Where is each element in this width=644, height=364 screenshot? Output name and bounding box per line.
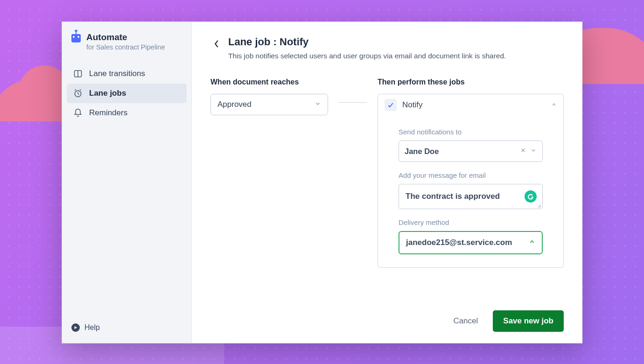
message-textarea[interactable]: The contract is approved <box>399 184 543 209</box>
when-document-select[interactable]: Approved <box>210 94 328 115</box>
alarm-icon <box>73 89 83 98</box>
resize-handle-icon[interactable] <box>537 203 541 208</box>
robot-icon <box>71 34 81 42</box>
chevron-down-icon <box>315 100 321 109</box>
when-label: When document reaches <box>210 78 328 86</box>
help-label: Help <box>84 323 100 332</box>
delivery-field: Delivery method janedoe215@st.service.co… <box>399 218 543 254</box>
main-panel: Lane job : Notify This job notifies sele… <box>192 22 582 343</box>
sidebar-item-label: Reminders <box>89 108 127 118</box>
save-new-job-button[interactable]: Save new job <box>493 310 564 332</box>
job-panel: Notify Send notifications to Jane Doe <box>378 94 564 268</box>
grammarly-icon[interactable] <box>525 190 537 203</box>
help-button[interactable]: Help <box>67 320 187 336</box>
svg-line-6 <box>80 90 81 91</box>
recipients-select[interactable]: Jane Doe <box>399 140 543 162</box>
form-area: When document reaches Approved Then perf… <box>210 78 564 268</box>
message-value: The contract is approved <box>406 192 500 201</box>
automate-modal: Automate for Sales contract Pipeline Lan… <box>62 21 582 343</box>
sidebar-item-reminders[interactable]: Reminders <box>67 103 187 123</box>
delivery-method-select[interactable]: janedoe215@st.service.com <box>399 231 543 254</box>
job-title: Notify <box>402 100 546 110</box>
then-label: Then perform these jobs <box>378 78 564 86</box>
page-description: This job notifies selected users and use… <box>228 52 506 60</box>
sidebar-item-label: Lane jobs <box>89 89 126 98</box>
svg-line-5 <box>75 90 76 91</box>
chevron-up-icon <box>529 238 535 247</box>
delivery-value: janedoe215@st.service.com <box>406 238 529 247</box>
sidebar-item-label: Lane transitions <box>89 69 145 78</box>
recipients-label: Send notifications to <box>399 128 543 136</box>
delivery-label: Delivery method <box>399 218 543 226</box>
check-icon <box>385 99 397 111</box>
message-field: Add your message for email The contract … <box>399 171 543 209</box>
page-header: Lane job : Notify This job notifies sele… <box>210 36 564 60</box>
sidebar-item-lane-jobs[interactable]: Lane jobs <box>67 84 187 103</box>
recipients-value: Jane Doe <box>405 147 516 156</box>
chevron-up-icon <box>551 101 557 109</box>
sidebar-subtitle: for Sales contract Pipeline <box>86 43 165 51</box>
then-column: Then perform these jobs Notify <box>378 78 564 268</box>
sidebar-item-lane-transitions[interactable]: Lane transitions <box>67 64 187 84</box>
recipients-field: Send notifications to Jane Doe <box>399 128 543 162</box>
cancel-button[interactable]: Cancel <box>453 316 478 326</box>
job-body: Send notifications to Jane Doe <box>378 116 563 267</box>
play-circle-icon <box>71 323 80 332</box>
columns-icon <box>73 69 83 78</box>
chevron-down-icon <box>530 147 537 155</box>
job-header[interactable]: Notify <box>378 94 563 116</box>
sidebar-nav: Lane transitions Lane jobs Reminders <box>67 64 187 123</box>
connector-line <box>338 102 367 103</box>
clear-icon[interactable] <box>520 147 526 155</box>
when-document-value: Approved <box>217 100 252 109</box>
back-button[interactable] <box>210 38 223 50</box>
svg-marker-7 <box>75 326 77 329</box>
svg-line-4 <box>78 94 79 95</box>
sidebar-title: Automate <box>86 32 165 42</box>
bell-icon <box>73 108 83 118</box>
page-background: Automate for Sales contract Pipeline Lan… <box>0 0 644 364</box>
sidebar: Automate for Sales contract Pipeline Lan… <box>62 22 192 343</box>
sidebar-brand: Automate for Sales contract Pipeline <box>67 30 187 61</box>
footer-actions: Cancel Save new job <box>210 301 564 332</box>
when-column: When document reaches Approved <box>210 78 328 115</box>
page-title: Lane job : Notify <box>228 36 506 48</box>
message-label: Add your message for email <box>399 171 543 179</box>
